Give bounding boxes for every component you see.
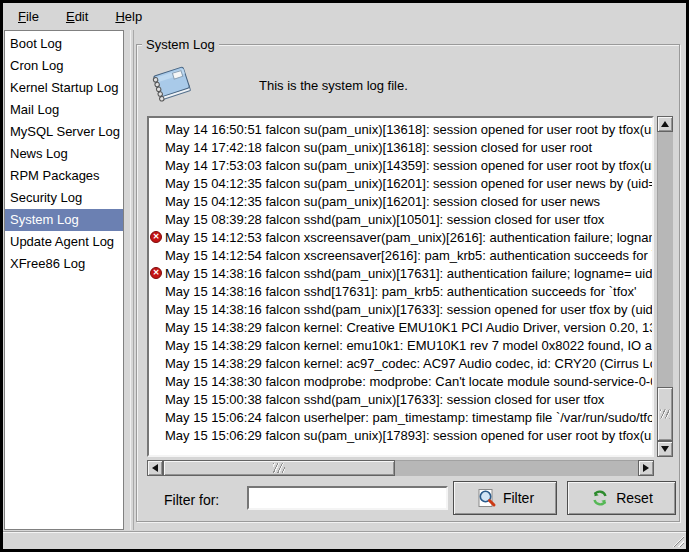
log-row[interactable]: May 15 15:06:24 falcon userhelper: pam_t…	[149, 408, 652, 426]
filter-button[interactable]: Filter	[453, 481, 557, 515]
up-arrow-icon	[661, 121, 669, 127]
system-log-frame: System Log This is the system log file. …	[136, 44, 680, 522]
log-row[interactable]: May 15 14:38:29 falcon kernel: emu10k1: …	[149, 336, 652, 354]
log-row[interactable]: May 15 14:38:29 falcon kernel: Creative …	[149, 318, 652, 336]
scroll-left-button[interactable]	[147, 460, 163, 476]
sidebar-item-system-log[interactable]: System Log	[5, 209, 123, 231]
scroll-right-button[interactable]	[638, 460, 654, 476]
menu-edit[interactable]: Edit	[59, 6, 95, 27]
refresh-icon	[590, 488, 610, 508]
log-text: May 14 17:53:03 falcon su(pam_unix)[1435…	[165, 158, 654, 173]
menu-help[interactable]: Help	[108, 6, 149, 27]
log-row[interactable]: May 15 14:38:30 falcon modprobe: modprob…	[149, 372, 652, 390]
filter-label: Filter for:	[164, 492, 219, 508]
menubar: File Edit Help	[3, 3, 686, 29]
menu-file[interactable]: File	[11, 6, 46, 27]
left-arrow-icon	[152, 464, 158, 472]
log-text: May 15 04:12:35 falcon su(pam_unix)[1620…	[165, 176, 654, 191]
magnifier-icon	[476, 488, 497, 509]
log-list: May 14 16:50:51 falcon su(pam_unix)[1361…	[147, 116, 654, 457]
log-text: May 15 14:38:16 falcon sshd(pam_unix)[17…	[165, 302, 654, 317]
log-text: May 15 14:38:16 falcon sshd[17631]: pam_…	[165, 284, 637, 299]
log-text: May 15 04:12:35 falcon su(pam_unix)[1620…	[165, 194, 600, 209]
log-row[interactable]: May 14 16:50:51 falcon su(pam_unix)[1361…	[149, 120, 652, 138]
log-row[interactable]: May 15 08:39:28 falcon sshd(pam_unix)[10…	[149, 210, 652, 228]
scroll-up-button[interactable]	[657, 116, 673, 132]
sidebar-item-cron-log[interactable]: Cron Log	[5, 55, 123, 77]
sidebar-item-news-log[interactable]: News Log	[5, 143, 123, 165]
status-bar	[3, 531, 686, 549]
error-icon	[150, 231, 162, 243]
sidebar-item-xfree86-log[interactable]: XFree86 Log	[5, 253, 123, 275]
log-row[interactable]: May 14 17:42:18 falcon su(pam_unix)[1361…	[149, 138, 652, 156]
log-row[interactable]: May 15 14:38:16 falcon sshd(pam_unix)[17…	[149, 264, 652, 282]
log-row[interactable]: May 15 14:12:53 falcon xscreensaver(pam_…	[149, 228, 652, 246]
sidebar-item-boot-log[interactable]: Boot Log	[5, 33, 123, 55]
down-arrow-icon	[661, 446, 669, 452]
resize-grip[interactable]	[671, 534, 684, 547]
log-viewer-window: File Edit Help Boot Log Cron Log Kernel …	[0, 0, 689, 552]
sidebar-item-rpm-packages[interactable]: RPM Packages	[5, 165, 123, 187]
log-text: May 15 14:38:29 falcon kernel: Creative …	[165, 320, 654, 335]
sidebar-item-security-log[interactable]: Security Log	[5, 187, 123, 209]
log-row[interactable]: May 15 15:00:38 falcon sshd(pam_unix)[17…	[149, 390, 652, 408]
sidebar-item-mysql-server-log[interactable]: MySQL Server Log	[5, 121, 123, 143]
log-row[interactable]: May 15 14:12:54 falcon xscreensaver[2616…	[149, 246, 652, 264]
log-text: May 14 17:42:18 falcon su(pam_unix)[1361…	[165, 140, 592, 155]
scroll-down-button[interactable]	[657, 441, 673, 457]
log-text: May 15 14:12:53 falcon xscreensaver(pam_…	[165, 230, 654, 245]
horizontal-scroll-thumb[interactable]	[163, 460, 395, 476]
log-text: May 15 15:06:24 falcon userhelper: pam_t…	[165, 410, 654, 425]
frame-title: System Log	[142, 37, 219, 52]
log-row[interactable]: May 15 14:38:29 falcon kernel: ac97_code…	[149, 354, 652, 372]
vertical-scrollbar[interactable]	[657, 116, 673, 457]
filter-input[interactable]	[247, 486, 448, 510]
log-row[interactable]: May 15 14:38:16 falcon sshd(pam_unix)[17…	[149, 300, 652, 318]
log-text: May 15 14:38:16 falcon sshd(pam_unix)[17…	[165, 266, 654, 281]
log-text: May 15 14:12:54 falcon xscreensaver[2616…	[165, 248, 654, 263]
log-row[interactable]: May 15 15:06:29 falcon su(pam_unix)[1789…	[149, 426, 652, 444]
log-row[interactable]: May 15 04:12:35 falcon su(pam_unix)[1620…	[149, 174, 652, 192]
right-arrow-icon	[643, 464, 649, 472]
log-text: May 15 15:06:29 falcon su(pam_unix)[1789…	[165, 428, 654, 443]
reset-button[interactable]: Reset	[567, 481, 676, 515]
vertical-scroll-thumb[interactable]	[657, 387, 673, 441]
horizontal-scrollbar[interactable]	[147, 460, 654, 476]
sidebar-item-update-agent-log[interactable]: Update Agent Log	[5, 231, 123, 253]
error-icon	[150, 267, 162, 279]
sidebar-item-kernel-startup-log[interactable]: Kernel Startup Log	[5, 77, 123, 99]
log-text: May 15 14:38:29 falcon kernel: ac97_code…	[165, 356, 654, 371]
sidebar-item-mail-log[interactable]: Mail Log	[5, 99, 123, 121]
log-description: This is the system log file.	[259, 78, 408, 93]
notebook-icon	[150, 62, 194, 108]
log-text: May 14 16:50:51 falcon su(pam_unix)[1361…	[165, 122, 654, 137]
log-text: May 15 14:38:29 falcon kernel: emu10k1: …	[165, 338, 654, 353]
log-row[interactable]: May 14 17:53:03 falcon su(pam_unix)[1435…	[149, 156, 652, 174]
log-text: May 15 14:38:30 falcon modprobe: modprob…	[165, 374, 654, 389]
log-text: May 15 15:00:38 falcon sshd(pam_unix)[17…	[165, 392, 604, 407]
log-row[interactable]: May 15 04:12:35 falcon su(pam_unix)[1620…	[149, 192, 652, 210]
log-category-list: Boot Log Cron Log Kernel Startup Log Mai…	[4, 30, 124, 530]
log-row[interactable]: May 15 14:38:16 falcon sshd[17631]: pam_…	[149, 282, 652, 300]
reset-button-label: Reset	[616, 490, 653, 506]
filter-button-label: Filter	[503, 490, 534, 506]
log-text: May 15 08:39:28 falcon sshd(pam_unix)[10…	[165, 212, 604, 227]
